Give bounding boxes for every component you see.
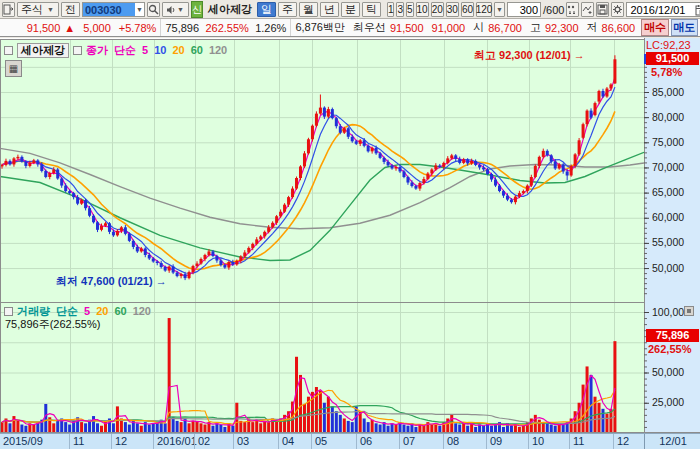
sell-button[interactable]: 매도 [671, 19, 698, 36]
search-button[interactable] [147, 2, 160, 17]
x-axis-label: 02 [198, 435, 210, 447]
minute-20-button[interactable]: 20 [431, 2, 444, 17]
x-axis-separator [443, 434, 444, 449]
door-icon [3, 4, 14, 15]
chevron-down-icon: ▼ [176, 6, 185, 13]
x-axis-label: 05 [315, 435, 327, 447]
sound-dropdown[interactable]: ▼ [162, 2, 189, 17]
legend-item: 거래량 [17, 305, 50, 317]
open-value: 86,700 [488, 22, 522, 34]
legend-item: 단순 [114, 44, 136, 56]
period-daily-button[interactable]: 일 [257, 2, 276, 17]
x-axis-separator [153, 434, 154, 449]
high-annotation: 최고 92,300 (12/01) → [474, 48, 585, 63]
legend-stock-name: 세아제강 [17, 43, 69, 58]
bars-count-combo [507, 2, 541, 17]
up-arrow-icon: ▲ [64, 22, 75, 34]
asset-type-label: 주식 [21, 2, 43, 17]
x-axis-separator [569, 434, 570, 449]
svg-text:85,000: 85,000 [652, 86, 684, 98]
legend-item: 60 [191, 44, 203, 56]
low-label: 저 [587, 20, 598, 35]
svg-text:70,000: 70,000 [652, 161, 684, 173]
legend-item: 20 [96, 305, 108, 317]
current-price-axis-badge: 91,500 [646, 52, 699, 65]
low-value: 86,600 [602, 22, 636, 34]
stock-code-input[interactable] [83, 3, 135, 16]
minute-60-button[interactable]: 60 [461, 2, 474, 17]
add-indicator-button[interactable] [581, 2, 594, 17]
current-price: 91,500 [27, 22, 61, 34]
minute-5-button[interactable]: 5 [406, 2, 414, 17]
x-axis-label: 2015/09 [3, 435, 43, 447]
x-axis-label: 11 [573, 435, 584, 447]
minute-30-button[interactable]: 30 [446, 2, 459, 17]
compress-bars-button[interactable] [566, 2, 579, 17]
period-monthly-button[interactable]: 월 [299, 2, 318, 17]
legend-item: 60 [114, 305, 126, 317]
speaker-icon [166, 5, 176, 15]
price-change-axis-label: 5,78% [651, 66, 682, 78]
x-axis-separator [111, 434, 112, 449]
open-label: 시 [473, 20, 484, 35]
chevron-down-icon[interactable]: ▼ [135, 6, 144, 13]
prev-stock-button[interactable]: 전 [61, 2, 80, 17]
bars-count-input[interactable] [508, 3, 540, 16]
minute-3-button[interactable]: 3 [396, 2, 404, 17]
stock-name-label: 세아제강 [205, 2, 255, 17]
high-value: 92,300 [545, 22, 579, 34]
ma-series-checkbox[interactable] [73, 46, 82, 55]
volume-axis-badge: 75,896 [646, 329, 699, 342]
settings-button[interactable] [611, 2, 624, 17]
compress-icon [567, 4, 578, 15]
minute-custom-dropdown[interactable]: ▼ [494, 2, 505, 17]
amount-value: 6,876백만 [295, 20, 345, 35]
price-series-checkbox[interactable] [4, 46, 13, 55]
volume-value: 75,896 [165, 22, 199, 34]
period-yearly-button[interactable]: 년 [320, 2, 339, 17]
minute-120-button[interactable]: 120 [476, 2, 492, 17]
x-axis-separator [399, 434, 400, 449]
turnover-pct: 1.26% [255, 22, 286, 34]
low-annotation: 최저 47,600 (01/21) → [56, 274, 167, 289]
calendar-icon[interactable] [695, 4, 700, 16]
price-change-pct: +5.78% [119, 22, 157, 34]
quick-window-button[interactable] [2, 2, 15, 17]
price-legend: 세아제강 종가단순5102060120 [4, 43, 233, 58]
svg-text:55,000: 55,000 [652, 236, 684, 248]
minute-10-button[interactable]: 10 [416, 2, 429, 17]
period-weekly-button[interactable]: 주 [278, 2, 297, 17]
stock-chart-window: { "toolbar": { "asset_type": "주식", "prev… [0, 0, 700, 450]
x-axis-label: 04 [282, 435, 294, 447]
volume-series-checkbox[interactable] [4, 307, 13, 316]
volume-segment: 75,896 262.55% 1.26% [161, 19, 291, 36]
data-grid-button[interactable]: ▦ [5, 60, 22, 77]
chart-area[interactable]: 85,00080,00075,00070,00065,00060,00055,0… [0, 38, 700, 450]
x-axis-label: 06 [360, 435, 372, 447]
x-axis-separator [613, 434, 614, 449]
price-segment: 91,500 ▲ 5,000 +5.78% [0, 19, 161, 36]
floppy-disk-icon [597, 4, 608, 15]
x-axis-divider [644, 434, 645, 449]
asset-type-dropdown[interactable]: 주식 ▼ [17, 2, 59, 17]
volume-axis-settings-button[interactable] [684, 306, 694, 316]
x-axis-band: 12/01 2015/0911122016/010203040506070809… [0, 433, 700, 449]
minute-1-button[interactable]: 1 [387, 2, 395, 17]
period-tick-button[interactable]: 틱 [362, 2, 381, 17]
save-button[interactable] [596, 2, 609, 17]
x-axis-separator [311, 434, 312, 449]
svg-text:75,000: 75,000 [652, 136, 684, 148]
buy-button[interactable]: 매수 [641, 19, 668, 36]
chevron-down-icon: ▼ [46, 6, 55, 13]
grid-icon: ▦ [9, 64, 18, 74]
legend-item: 5 [142, 44, 148, 56]
volume-pct: 262.55% [205, 22, 248, 34]
chart-date-input[interactable] [627, 3, 695, 16]
bars-total-label: /600 [543, 4, 564, 16]
candlestick-chart-canvas[interactable]: 85,00080,00075,00070,00065,00060,00055,0… [0, 38, 700, 433]
chevron-down-icon: ▼ [495, 6, 504, 13]
x-axis-separator [194, 434, 195, 449]
x-axis-label: 2016/01 [157, 435, 197, 447]
arrow-right-icon: → [156, 275, 167, 287]
period-minute-button[interactable]: 분 [341, 2, 360, 17]
